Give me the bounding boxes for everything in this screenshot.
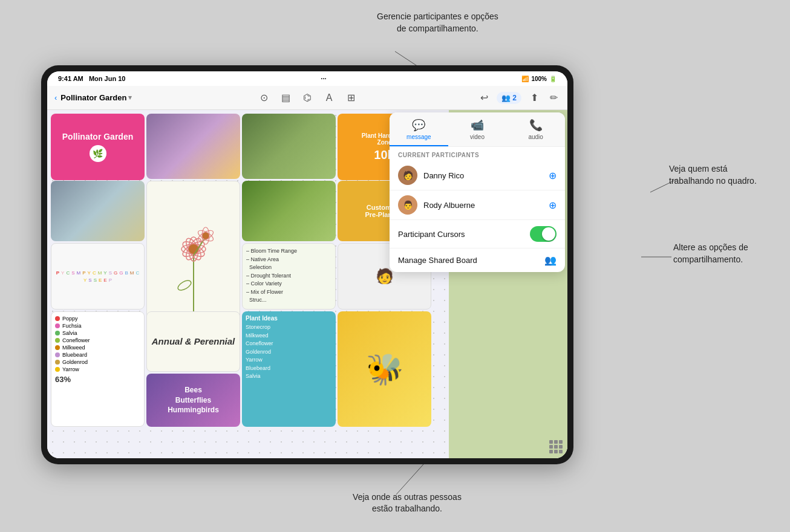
toolbar-media-icon[interactable]: ⊞ (344, 91, 357, 105)
card-plant-ideas[interactable]: Plant Ideas StonecropMilkweedConeflowerG… (242, 311, 336, 427)
card-green-ferns[interactable] (242, 181, 336, 241)
rody-name: Rody Albuerne (423, 201, 543, 210)
back-chevron-icon: ‹ (54, 93, 57, 102)
annotation-right-top: Veja quem está trabalhando no quadro. (669, 163, 766, 187)
toolbar-edit-icon[interactable]: ✏ (547, 91, 560, 105)
manage-share-icon: 👥 (544, 255, 557, 266)
status-bar-right: 📶 100% 🔋 (521, 76, 557, 82)
tab-video[interactable]: 📹 video (448, 112, 507, 146)
tab-message[interactable]: 💬 message (390, 112, 448, 146)
card-butterfly[interactable] (146, 114, 240, 179)
grid-view-icon[interactable] (549, 440, 563, 453)
title-chevron-icon: ▾ (128, 94, 132, 102)
toolbar-text-icon[interactable]: A (322, 91, 336, 105)
card-green-forest[interactable] (242, 114, 336, 179)
wifi-icon: 📶 (521, 76, 529, 82)
participant-row-rody: 👨 Rody Albuerne ⊕ (390, 190, 565, 220)
annotation-top: Gerencie participantes e opções de compa… (377, 11, 498, 34)
danny-avatar: 🧑 (398, 166, 417, 185)
status-bar: 9:41 AM Mon Jun 10 ··· 📶 100% 🔋 (47, 71, 567, 86)
card-bee-lavender[interactable] (51, 181, 145, 241)
tab-audio[interactable]: 📞 audio (506, 112, 565, 146)
danny-action-icon[interactable]: ⊕ (549, 170, 557, 181)
board-title[interactable]: Manage Shared Board Pollinator Garden ▾ (60, 93, 132, 102)
battery-icon: 🔋 (549, 76, 557, 82)
card-pollinator[interactable]: Pollinator Garden 🌿 (51, 114, 145, 180)
card-legend[interactable]: Poppy Fuchsia Salvia Coneflower Milkweed… (51, 311, 145, 427)
legend-list: Poppy Fuchsia Salvia Coneflower Milkweed… (55, 316, 140, 372)
participant-cursors-row: Participant Cursors (390, 220, 565, 248)
percent-text: 63% (55, 375, 140, 384)
page-background: Gerencie participantes e opções de compa… (0, 0, 790, 532)
ipad-screen: 9:41 AM Mon Jun 10 ··· 📶 100% 🔋 ‹ (47, 71, 567, 458)
participants-section-label: CURRENT PARTICIPANTS (390, 147, 565, 161)
bee-emoji: 🐝 (366, 352, 403, 387)
toolbar-left: ‹ Manage Shared Board Pollinator Garden … (54, 93, 250, 102)
video-icon: 📹 (471, 118, 484, 132)
svg-point-12 (176, 279, 192, 292)
manage-shared-board-row[interactable]: Manage Shared Board 👥 (390, 248, 565, 272)
share-participants-button[interactable]: 👥 2 (497, 92, 521, 104)
toolbar-share-icon[interactable]: ⬆ (527, 91, 541, 105)
toggle-label: Participant Cursors (398, 230, 524, 239)
board-grid: Pollinator Garden 🌿 Plant Hardiness Zone… (51, 114, 446, 455)
card-mosaic[interactable]: PYCSMP YCMYSG GBMCYS SEEP (51, 243, 145, 310)
bloom-text-content: – Bloom Time Range– Native Area Selectio… (246, 247, 331, 305)
pollinator-avatar: 🌿 (90, 145, 106, 162)
toolbar-right: ↩ 👥 2 ⬆ ✏ (365, 91, 560, 105)
toggle-knob (542, 227, 555, 241)
toolbar-lasso-icon[interactable]: ⊙ (257, 91, 270, 105)
danny-name: Danny Rico (423, 171, 543, 180)
message-icon: 💬 (412, 118, 425, 132)
person-avatar: 🧑 (376, 268, 394, 285)
annotation-bottom: Veja onde as outras pessoas estão trabal… (335, 491, 480, 515)
card-annual[interactable]: Annual & Perennial (146, 311, 240, 372)
status-bar-center: ··· (321, 75, 326, 82)
card-bees[interactable]: Bees Butterflies Hummingbirds (146, 374, 240, 427)
svg-line-3 (396, 464, 423, 495)
back-button[interactable]: ‹ (54, 93, 57, 102)
manage-label: Manage Shared Board (398, 256, 538, 265)
toolbar-shape-icon[interactable]: ⌬ (301, 91, 314, 105)
plant-ideas-list: StonecropMilkweedConeflowerGoldenrodYarr… (246, 323, 332, 381)
ipad-frame: 9:41 AM Mon Jun 10 ··· 📶 100% 🔋 ‹ (41, 65, 573, 464)
collab-tabs: 💬 message 📹 video 📞 audio (390, 112, 565, 147)
status-time: 9:41 AM Mon Jun 10 (58, 75, 125, 82)
toolbar-grid-icon[interactable]: ▤ (279, 91, 292, 105)
toolbar: ‹ Manage Shared Board Pollinator Garden … (47, 86, 567, 110)
card-bloom-text[interactable]: – Bloom Time Range– Native Area Selectio… (242, 243, 336, 310)
rody-avatar: 👨 (398, 195, 417, 215)
mosaic-grid: PYCSMP YCMYSG GBMCYS SEEP (54, 246, 142, 307)
echinacea-svg (163, 219, 224, 322)
toolbar-center: ⊙ ▤ ⌬ A ⊞ (257, 91, 357, 105)
collab-panel: 💬 message 📹 video 📞 audio CURRENT PARTIC (390, 112, 565, 272)
participant-row-danny: 🧑 Danny Rico ⊕ (390, 161, 565, 190)
people-icon: 👥 (501, 94, 511, 102)
toolbar-history-icon[interactable]: ↩ (477, 91, 491, 105)
rody-action-icon[interactable]: ⊕ (549, 199, 557, 211)
annotation-right-bottom: Altere as opções de compartilhamento. (673, 242, 773, 265)
canvas-area: Pollinator Garden 🌿 Plant Hardiness Zone… (47, 110, 567, 458)
audio-icon: 📞 (529, 118, 543, 132)
participant-cursors-toggle[interactable] (530, 226, 557, 242)
card-bee-image[interactable]: 🐝 (338, 311, 431, 427)
